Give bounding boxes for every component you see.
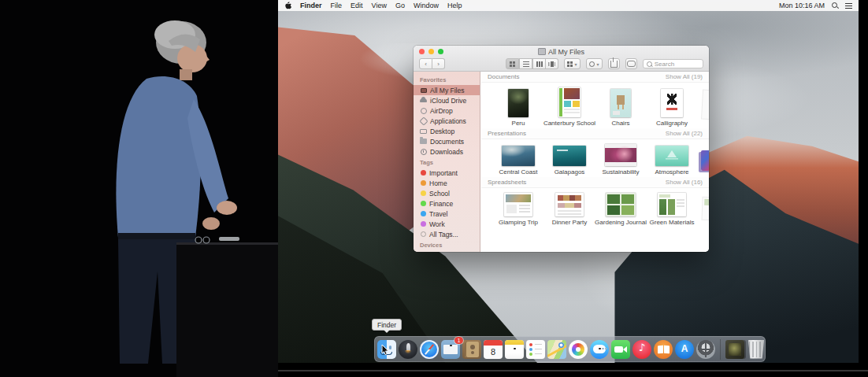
sidebar-tag-work[interactable]: Work <box>414 219 480 229</box>
section-documents: Documents Show All (19) Peru Canterbury … <box>481 72 709 128</box>
file-thumbnail <box>655 146 688 166</box>
dock-icon-safari[interactable] <box>420 340 439 359</box>
dock-icon-ibooks[interactable] <box>654 340 673 359</box>
notification-center-icon[interactable] <box>845 3 852 9</box>
dock-icon-system-preferences[interactable] <box>696 340 715 359</box>
tag-dot-blue <box>421 211 426 216</box>
sidebar-item-icloud-drive[interactable]: iCloud Drive <box>414 95 480 105</box>
file-thumbnail <box>555 193 584 216</box>
show-all-link[interactable]: Show All (16) <box>666 179 703 186</box>
menu-file[interactable]: File <box>331 2 343 9</box>
menu-view[interactable]: View <box>372 2 387 9</box>
dock-icon-downloads-stack[interactable] <box>725 340 744 359</box>
file-thumbnail <box>553 146 586 166</box>
show-all-link[interactable]: Show All (22) <box>666 130 703 137</box>
sidebar-tag-school[interactable]: School <box>414 188 480 198</box>
dock-icon-maps[interactable] <box>547 340 566 359</box>
dock-icon-calendar[interactable]: 8 <box>484 340 503 359</box>
menu-edit[interactable]: Edit <box>351 2 363 9</box>
column-view-button[interactable] <box>532 58 546 69</box>
file-atmosphere[interactable]: Atmosphere <box>647 146 696 176</box>
share-button[interactable] <box>608 58 620 69</box>
sidebar-item-all-my-files[interactable]: All My Files <box>414 85 480 95</box>
list-view-button[interactable] <box>519 58 532 69</box>
action-menu-button[interactable]: ▾ <box>586 58 603 69</box>
file-thumbnail <box>658 193 686 216</box>
tag-dot-red <box>421 170 426 176</box>
tags-button[interactable] <box>625 58 637 69</box>
file-glamping-trip[interactable]: Glamping Trip <box>494 193 543 226</box>
dock-icon-contacts[interactable] <box>462 340 481 359</box>
partial-file-thumbnail <box>701 150 709 171</box>
section-title: Documents <box>488 73 519 80</box>
sidebar-tag-important[interactable]: Important <box>414 168 480 178</box>
sidebar-item-downloads[interactable]: Downloads <box>414 146 480 157</box>
file-galapagos[interactable]: Galapagos <box>545 146 594 176</box>
icon-view-button[interactable] <box>506 58 519 69</box>
file-thumbnail <box>661 89 683 117</box>
tag-dot-yellow <box>421 190 426 196</box>
window-header[interactable]: All My Files ‹ › ▾ ▾ S <box>414 46 709 72</box>
file-sustainability[interactable]: Sustainability <box>596 144 645 176</box>
dock: 1 8 ♪ A <box>374 336 766 362</box>
sidebar-item-airdrop[interactable]: AirDrop <box>414 105 480 116</box>
show-all-link[interactable]: Show All (19) <box>666 73 703 80</box>
file-thumbnail <box>502 146 535 166</box>
file-thumbnail <box>606 193 636 216</box>
section-title: Spreadsheets <box>488 179 526 186</box>
search-placeholder: Search <box>655 61 674 68</box>
file-peru[interactable]: Peru <box>494 89 543 127</box>
finder-content: Documents Show All (19) Peru Canterbury … <box>481 72 709 252</box>
applications-icon <box>420 117 427 124</box>
section-spreadsheets: Spreadsheets Show All (16) Glamping Trip… <box>481 177 709 227</box>
dock-icon-facetime[interactable] <box>611 340 630 359</box>
apple-menu-icon[interactable] <box>284 2 291 9</box>
sidebar-all-tags[interactable]: All Tags... <box>414 229 480 239</box>
dock-icon-photos[interactable] <box>569 340 588 359</box>
sidebar-tag-travel[interactable]: Travel <box>414 209 480 219</box>
spotlight-search-icon[interactable] <box>832 2 838 9</box>
dock-icon-app-store[interactable]: A <box>675 340 694 359</box>
sidebar-item-applications[interactable]: Applications <box>414 116 480 126</box>
file-canterbury-school[interactable]: Canterbury School <box>545 87 594 127</box>
menu-window[interactable]: Window <box>414 2 439 9</box>
dock-divider <box>720 339 721 360</box>
dock-icon-notes[interactable] <box>505 340 524 359</box>
sidebar-tag-finance[interactable]: Finance <box>414 198 480 209</box>
file-dinner-party[interactable]: Dinner Party <box>545 193 594 226</box>
dock-icon-reminders[interactable] <box>526 340 545 359</box>
finder-window: All My Files ‹ › ▾ ▾ S <box>414 46 709 252</box>
cloud-icon <box>420 97 427 104</box>
mouse-cursor <box>381 344 390 356</box>
search-input[interactable]: Search <box>643 59 703 68</box>
file-green-materials[interactable]: Green Materials <box>647 193 696 226</box>
menu-go[interactable]: Go <box>395 2 405 9</box>
dock-icon-launchpad[interactable] <box>399 340 417 359</box>
dock-icon-trash[interactable] <box>747 340 766 359</box>
menu-help[interactable]: Help <box>447 2 462 9</box>
window-toolbar: ‹ › ▾ ▾ Search <box>414 57 709 71</box>
dock-icon-itunes[interactable]: ♪ <box>632 340 651 359</box>
display-icon <box>420 87 427 94</box>
coverflow-view-button[interactable] <box>546 58 558 69</box>
sidebar-item-documents[interactable]: Documents <box>414 136 480 146</box>
file-thumbnail <box>508 89 529 117</box>
file-central-coast[interactable]: Central Coast <box>494 146 543 176</box>
file-calligraphy[interactable]: Calligraphy <box>647 89 696 127</box>
sidebar-tag-home[interactable]: Home <box>414 178 480 188</box>
partial-file-thumbnail <box>702 91 709 120</box>
arrange-menu-button[interactable]: ▾ <box>564 58 581 69</box>
tag-dot-orange <box>421 180 426 186</box>
documents-folder-icon <box>420 138 427 145</box>
window-title: All My Files <box>414 48 709 56</box>
file-gardening-journal[interactable]: Gardening Journal <box>596 193 645 226</box>
dock-icon-mail[interactable]: 1 <box>441 340 460 359</box>
dock-icon-messages[interactable] <box>590 340 609 359</box>
forward-button[interactable]: › <box>432 58 445 69</box>
sidebar-item-desktop[interactable]: Desktop <box>414 126 480 136</box>
menu-clock[interactable]: Mon 10:16 AM <box>779 2 825 9</box>
back-button[interactable]: ‹ <box>419 58 432 69</box>
menu-app-name[interactable]: Finder <box>300 2 322 9</box>
file-thumbnail <box>605 144 636 166</box>
file-chairs[interactable]: Chairs <box>596 89 645 127</box>
